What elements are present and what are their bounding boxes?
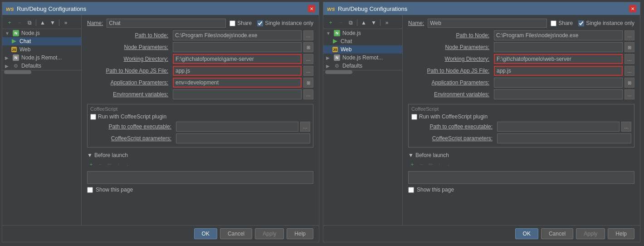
launch-edit-btn-left[interactable]: ✏	[105, 160, 113, 168]
tree-item-web-left[interactable]: JS Web	[2, 45, 81, 54]
tree-arrow-nodejs-right: ▼	[326, 31, 332, 36]
app-params-btn-right[interactable]: ⊞	[624, 78, 634, 88]
share-checkbox-right[interactable]	[551, 20, 556, 26]
coffee-exe-input-left[interactable]	[176, 122, 298, 132]
single-instance-checkbox-left[interactable]	[257, 20, 263, 26]
more-btn-right[interactable]: »	[382, 18, 391, 27]
move-down-btn-right[interactable]: ▼	[369, 18, 378, 27]
path-js-input-left[interactable]	[173, 66, 302, 76]
before-launch-section-right: ▼ Before launch + − ✏ ↑ ↓ Show this page	[408, 152, 634, 193]
launch-down-btn-left[interactable]: ↓	[123, 160, 132, 168]
more-btn-left[interactable]: »	[61, 18, 70, 27]
path-js-btn-right[interactable]: …	[624, 66, 634, 76]
app-params-input-right[interactable]	[494, 78, 623, 88]
close-button-left[interactable]: ✕	[308, 5, 315, 12]
launch-add-btn-left[interactable]: +	[87, 160, 95, 168]
add-config-btn-right[interactable]: +	[326, 18, 335, 27]
node-params-input-left[interactable]	[173, 42, 302, 52]
app-params-btn-left[interactable]: ⊞	[303, 78, 313, 88]
close-button-right[interactable]: ✕	[629, 5, 636, 12]
share-label-right: Share	[558, 20, 573, 26]
node-params-btn-right[interactable]: ⊞	[624, 42, 634, 52]
move-down-btn-left[interactable]: ▼	[48, 18, 57, 27]
main-content-left: Name: Share Single instance only Path to…	[82, 15, 319, 225]
chat-icon-right	[332, 38, 339, 44]
coffee-plugin-checkbox-left[interactable]	[90, 114, 96, 120]
apply-button-right[interactable]: Apply	[576, 228, 605, 239]
env-vars-input-left[interactable]	[173, 89, 302, 99]
path-node-btn-left[interactable]: …	[303, 30, 313, 40]
cancel-button-right[interactable]: Cancel	[541, 228, 573, 239]
name-input-left[interactable]	[107, 19, 226, 28]
path-node-btn-right[interactable]: …	[624, 30, 634, 40]
coffee-plugin-checkbox-right[interactable]	[411, 114, 417, 120]
path-js-label-left: Path to Node App JS File:	[87, 68, 171, 74]
tree-item-defaults-left[interactable]: ▶ ⚙ Defaults	[2, 62, 81, 70]
coffee-params-label-left: CoffeeScript parameters:	[90, 135, 174, 142]
show-page-checkbox-left[interactable]	[87, 187, 93, 193]
working-dir-input-right[interactable]	[494, 54, 623, 64]
remove-config-btn-right[interactable]: −	[336, 18, 345, 27]
ok-button-left[interactable]: OK	[194, 228, 217, 239]
move-up-btn-right[interactable]: ▲	[359, 18, 368, 27]
working-dir-input-left[interactable]	[173, 54, 302, 64]
before-launch-header-right[interactable]: ▼ Before launch	[408, 152, 634, 158]
tree-item-nodejs-remote-left[interactable]: ▶ N Node.js Remot...	[2, 54, 81, 62]
single-instance-checkbox-right[interactable]	[578, 20, 584, 26]
help-button-right[interactable]: Help	[608, 228, 634, 239]
path-node-row-left: Path to Node: …	[87, 30, 313, 40]
coffee-exe-input-right[interactable]	[497, 122, 620, 132]
remote-icon-left: N	[12, 54, 20, 61]
copy-config-btn-left[interactable]: ⧉	[25, 18, 34, 27]
ok-button-right[interactable]: OK	[515, 228, 538, 239]
move-up-btn-left[interactable]: ▲	[38, 18, 47, 27]
tree-item-chat-right[interactable]: Chat	[323, 37, 402, 45]
app-params-input-left[interactable]	[173, 78, 302, 88]
path-js-btn-left[interactable]: …	[303, 66, 313, 76]
env-vars-btn-left[interactable]: …	[303, 89, 313, 99]
launch-edit-btn-right[interactable]: ✏	[426, 160, 434, 168]
launch-up-btn-right[interactable]: ↑	[435, 160, 444, 168]
working-dir-btn-right[interactable]: …	[624, 54, 634, 64]
help-button-left[interactable]: Help	[287, 228, 313, 239]
launch-add-btn-right[interactable]: +	[408, 160, 416, 168]
ws-logo-left: ws	[6, 5, 14, 13]
coffee-exe-btn-right[interactable]: …	[621, 122, 631, 132]
coffee-params-input-left[interactable]	[176, 133, 310, 143]
tree-item-chat-left[interactable]: Chat	[2, 37, 81, 45]
launch-down-btn-right[interactable]: ↓	[444, 160, 453, 168]
name-input-right[interactable]	[428, 19, 547, 28]
env-vars-btn-right[interactable]: …	[624, 89, 634, 99]
add-config-btn-left[interactable]: +	[5, 18, 14, 27]
tree-item-defaults-right[interactable]: ▶ ⚙ Defaults	[323, 62, 402, 70]
path-js-input-right[interactable]	[494, 66, 623, 76]
before-launch-header-left[interactable]: ▼ Before launch	[87, 152, 313, 158]
env-vars-input-right[interactable]	[494, 89, 623, 99]
remove-config-btn-left[interactable]: −	[15, 18, 24, 27]
path-js-row-left: Path to Node App JS File: …	[87, 66, 313, 76]
tree-item-web-right[interactable]: JS Web	[323, 45, 402, 54]
working-dir-row-left: Working Directory: …	[87, 54, 313, 64]
launch-up-btn-left[interactable]: ↑	[114, 160, 122, 168]
dialog-body-right: + − ⧉ ▲ ▼ » ▼ N Node.js Chat	[323, 15, 640, 225]
launch-remove-btn-right[interactable]: −	[417, 160, 425, 168]
working-dir-btn-left[interactable]: …	[303, 54, 313, 64]
share-checkbox-left[interactable]	[229, 20, 235, 26]
apply-button-left[interactable]: Apply	[255, 228, 284, 239]
copy-config-btn-right[interactable]: ⧉	[346, 18, 355, 27]
coffee-params-input-right[interactable]	[497, 133, 631, 143]
coffee-exe-btn-left[interactable]: …	[300, 122, 310, 132]
name-label-right: Name:	[408, 20, 424, 26]
path-node-input-right[interactable]	[494, 30, 623, 40]
cancel-button-left[interactable]: Cancel	[220, 228, 252, 239]
tree-item-nodejs-left[interactable]: ▼ N Node.js	[2, 29, 81, 37]
node-params-btn-left[interactable]: ⊞	[303, 42, 313, 52]
tree-item-nodejs-remote-right[interactable]: ▶ N Node.js Remot...	[323, 54, 402, 62]
sidebar-toolbar-right: + − ⧉ ▲ ▼ »	[323, 17, 402, 29]
path-node-input-left[interactable]	[173, 30, 302, 40]
tree-arrow-nodejs-left: ▼	[5, 31, 10, 36]
show-page-checkbox-right[interactable]	[408, 187, 414, 193]
launch-remove-btn-left[interactable]: −	[96, 160, 104, 168]
node-params-input-right[interactable]	[494, 42, 623, 52]
tree-item-nodejs-right[interactable]: ▼ N Node.js	[323, 29, 402, 37]
